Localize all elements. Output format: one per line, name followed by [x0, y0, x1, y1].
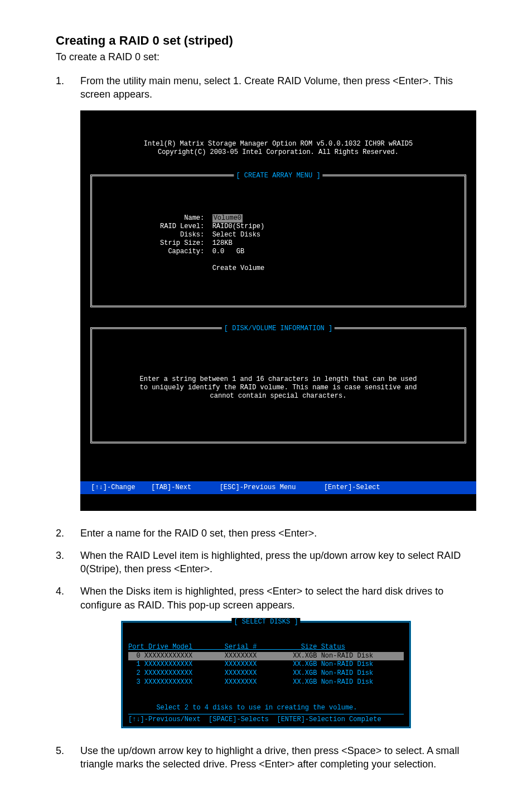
create-array-section: [ CREATE ARRAY MENU ] Name: Volume0 RAID… [90, 175, 466, 307]
footer-change: [↑↓]-Change [91, 484, 135, 491]
disk-row-2[interactable]: 2 XXXXXXXXXXXX XXXXXXXX XX.XGB Non-RAID … [128, 669, 373, 677]
step-1: From the utility main menu, select 1. Cr… [56, 74, 476, 102]
section-title: Creating a RAID 0 set (striped) [56, 33, 476, 48]
info-line-2: to uniquely identify the RAID volume. Th… [140, 384, 417, 392]
info-line-3: cannot contain special characters. [210, 392, 347, 400]
select-disks-terminal: [ SELECT DISKS ] Port Drive Model Serial… [121, 621, 411, 728]
steps-list-2: Enter a name for the RAID 0 set, then pr… [56, 526, 476, 612]
page-content: Creating a RAID 0 set (striped) To creat… [0, 0, 532, 802]
capacity-label: Capacity: [168, 248, 204, 255]
create-array-label: [ CREATE ARRAY MENU ] [234, 172, 322, 180]
disk-row-3[interactable]: 3 XXXXXXXXXXXX XXXXXXXX XX.XGB Non-RAID … [128, 678, 373, 686]
strip-size-value: 128KB [212, 239, 233, 247]
step-3: When the RAID Level item is highlighted,… [56, 549, 476, 576]
name-label: Name: [184, 214, 204, 222]
create-volume-action[interactable]: Create Volume [212, 264, 265, 272]
footer-prev: [ESC]-Previous Menu [220, 484, 296, 491]
disks-label: Disks: [180, 231, 204, 239]
step-4: When the Disks item is highlighted, pres… [56, 584, 476, 612]
name-value[interactable]: Volume0 [212, 214, 243, 223]
disks-value: Select Disks [212, 231, 260, 239]
strip-size-label: Strip Size: [160, 239, 204, 247]
select-disks-header: Port Drive Model Serial # Size Status [128, 643, 404, 652]
select-disks-title: [ SELECT DISKS ] [231, 618, 300, 627]
disk-info-section: [ DISK/VOLUME INFORMATION ] Enter a stri… [90, 327, 466, 443]
terminal-header-2: Copyright(C) 2003-05 Intel Corporation. … [87, 148, 470, 157]
footer-select: [Enter]-Select [324, 484, 380, 491]
raid-level-label: RAID Level: [160, 223, 204, 230]
steps-list-1: From the utility main menu, select 1. Cr… [56, 74, 476, 102]
disk-row-0[interactable]: 0 XXXXXXXXXXXX XXXXXXXX XX.XGB Non-RAID … [128, 652, 404, 661]
step-2: Enter a name for the RAID 0 set, then pr… [56, 526, 476, 540]
section-intro: To create a RAID 0 set: [56, 51, 476, 63]
capacity-value: 0.0 GB [212, 248, 245, 255]
select-disks-instruction: Select 2 to 4 disks to use in creating t… [156, 704, 357, 712]
steps-list-3: Use the up/down arrow key to highlight a… [56, 744, 476, 771]
terminal-header-1: Intel(R) Matrix Storage Manager Option R… [87, 140, 470, 148]
create-array-terminal: Intel(R) Matrix Storage Manager Option R… [80, 110, 476, 511]
info-line-1: Enter a string between 1 and 16 characte… [140, 375, 417, 383]
raid-level-value: RAID0(Stripe) [212, 223, 265, 230]
disk-info-label: [ DISK/VOLUME INFORMATION ] [222, 325, 335, 333]
select-disks-footer: [↑↓]-Previous/Next [SPACE]-Selects [ENTE… [128, 714, 404, 724]
disk-row-1[interactable]: 1 XXXXXXXXXXXX XXXXXXXX XX.XGB Non-RAID … [128, 660, 373, 668]
step-5: Use the up/down arrow key to highlight a… [56, 744, 476, 771]
footer-next: [TAB]-Next [151, 484, 191, 491]
terminal-footer: [↑↓]-Change [TAB]-Next [ESC]-Previous Me… [80, 481, 476, 494]
